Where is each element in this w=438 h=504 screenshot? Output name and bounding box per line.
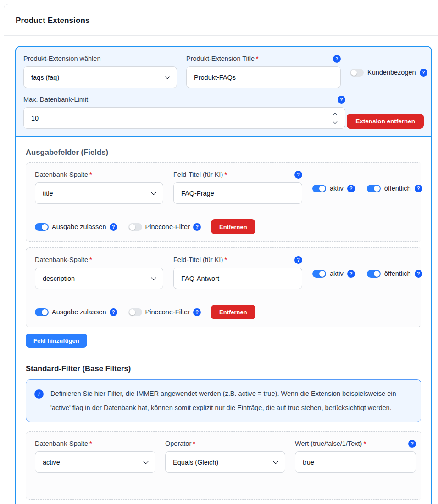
ausgabe-zulassen-label: Ausgabe zulassen [52, 223, 106, 230]
aktiv-toggle[interactable] [312, 185, 326, 192]
aktiv-label: aktiv [330, 270, 344, 277]
base-filter-card: Datenbank-Spalte* active Oper [26, 431, 421, 500]
help-icon[interactable]: ? [347, 185, 355, 192]
max-limit-input[interactable] [31, 115, 123, 122]
ausgabe-zulassen-toggle[interactable] [35, 308, 49, 316]
ausgabe-zulassen-toggle[interactable] [35, 223, 49, 231]
help-icon[interactable]: ? [193, 308, 201, 316]
output-toggle-group: Ausgabe zulassen ? [35, 223, 117, 231]
filter-operator-select-value: Equals (Gleich) [173, 459, 218, 466]
toggle-knob [129, 224, 135, 230]
filter-operator-select[interactable]: Equals (Gleich) [165, 451, 285, 473]
aktiv-toggle[interactable] [312, 270, 326, 278]
page-card: Product Extensions Produkt-Extension wäh… [4, 4, 438, 504]
toggle-knob [374, 186, 380, 192]
field-title-input[interactable] [173, 182, 302, 204]
db-column-label: Datenbank-Spalte* [35, 171, 92, 178]
help-icon[interactable]: ? [333, 55, 341, 63]
filter-value-col: Wert (true/false/1/Text)* ? [295, 439, 416, 473]
spinner-down-icon[interactable] [333, 119, 338, 124]
extension-remove-button[interactable]: Extension entfernen [347, 114, 424, 129]
info-icon: i [34, 389, 44, 399]
extension-header: Produkt-Extension wählen faqs (faq) Prod… [16, 47, 431, 137]
filters-section-heading: Standard-Filter (Base Filters) [26, 364, 421, 373]
customer-toggle-group: Kundenbezogen ? [350, 54, 427, 88]
add-field-button[interactable]: Feld hinzufügen [26, 334, 87, 348]
ausgabe-zulassen-label: Ausgabe zulassen [52, 308, 106, 316]
db-column-select[interactable]: description [35, 268, 163, 289]
chevron-down-icon [151, 190, 156, 195]
required-marker: * [224, 171, 227, 178]
help-icon[interactable]: ? [110, 308, 117, 316]
required-marker: * [193, 440, 195, 447]
pinecone-filter-label: Pinecone-Filter [145, 223, 190, 230]
db-column-select[interactable]: title [35, 182, 163, 204]
field-title-label: Feld-Titel (für KI)* [173, 256, 227, 263]
chevron-down-icon [151, 275, 156, 280]
help-icon[interactable]: ? [294, 171, 302, 179]
field-title-col: Feld-Titel (für KI)* ? [173, 255, 302, 289]
pinecone-toggle-group: Pinecone-Filter ? [128, 223, 201, 231]
required-marker: * [89, 256, 92, 263]
field-remove-button[interactable]: Entfernen [211, 305, 255, 319]
filter-operator-col: Operator* Equals (Gleich) [165, 439, 285, 473]
field-title-col: Feld-Titel (für KI)* ? [173, 170, 302, 204]
produkt-extension-select[interactable]: faqs (faq) [23, 66, 177, 88]
oeffentlich-toggle[interactable] [367, 185, 381, 192]
pinecone-filter-toggle[interactable] [128, 308, 142, 316]
help-icon[interactable]: ? [347, 270, 355, 278]
filter-value-label: Wert (true/false/1/Text)* [295, 440, 366, 447]
field-remove-button[interactable]: Entfernen [211, 219, 255, 234]
pinecone-filter-label: Pinecone-Filter [145, 308, 190, 316]
page-content: Produkt-Extension wählen faqs (faq) Prod… [4, 36, 438, 504]
filter-value-input[interactable] [295, 451, 416, 473]
db-column-col: Datenbank-Spalte* title [35, 170, 163, 204]
filter-column-select-value: active [43, 459, 60, 466]
produkt-extension-select-value: faqs (faq) [31, 74, 59, 81]
required-marker: * [89, 171, 92, 178]
pinecone-toggle-group: Pinecone-Filter ? [128, 308, 201, 316]
db-column-select-value: description [43, 275, 75, 282]
number-spinner [333, 113, 338, 123]
toggle-knob [319, 271, 325, 277]
filter-column-select[interactable]: active [35, 451, 155, 473]
spinner-up-icon[interactable] [333, 112, 338, 117]
chevron-down-icon [165, 74, 170, 79]
toggle-knob [42, 224, 48, 230]
help-icon[interactable]: ? [110, 223, 117, 231]
chevron-down-icon [273, 459, 278, 464]
db-column-label: Datenbank-Spalte* [35, 256, 92, 263]
output-toggle-group: Ausgabe zulassen ? [35, 308, 117, 316]
pinecone-filter-toggle[interactable] [128, 223, 142, 231]
extension-body: Ausgabefelder (Fields) Datenbank-Spalte*… [16, 137, 431, 504]
extension-title-input[interactable] [186, 66, 341, 88]
filters-info-alert: i Definieren Sie hier Filter, die IMMER … [26, 379, 421, 422]
aktiv-label: aktiv [330, 185, 344, 192]
help-icon[interactable]: ? [408, 440, 416, 448]
field-state-toggles: aktiv ? öffentlich ? [312, 170, 422, 204]
help-icon[interactable]: ? [193, 223, 201, 231]
help-icon[interactable]: ? [338, 96, 345, 104]
max-limit-field [23, 107, 345, 129]
required-marker: * [224, 256, 227, 263]
oeffentlich-label: öffentlich [384, 185, 411, 192]
extension-title-column: Produkt-Extension Title* ? [186, 54, 341, 88]
help-icon[interactable]: ? [415, 270, 422, 278]
field-title-input[interactable] [173, 268, 302, 289]
kundenbezogen-toggle[interactable] [350, 69, 364, 77]
oeffentlich-toggle[interactable] [367, 270, 381, 278]
required-marker: * [89, 440, 92, 447]
filter-column-label: Datenbank-Spalte* [35, 440, 92, 447]
toggle-knob [351, 70, 357, 76]
db-column-select-value: title [43, 190, 53, 197]
required-marker: * [256, 55, 259, 62]
filter-operator-label: Operator* [165, 440, 195, 447]
help-icon[interactable]: ? [294, 256, 302, 264]
extension-title-label: Produkt-Extension Title* [186, 55, 259, 62]
fields-section-heading: Ausgabefelder (Fields) [26, 148, 421, 157]
help-icon[interactable]: ? [415, 185, 422, 192]
help-icon[interactable]: ? [420, 69, 427, 77]
toggle-knob [319, 186, 325, 192]
field-card: Datenbank-Spalte* description [26, 247, 421, 327]
field-state-toggles: aktiv ? öffentlich ? [312, 255, 422, 289]
